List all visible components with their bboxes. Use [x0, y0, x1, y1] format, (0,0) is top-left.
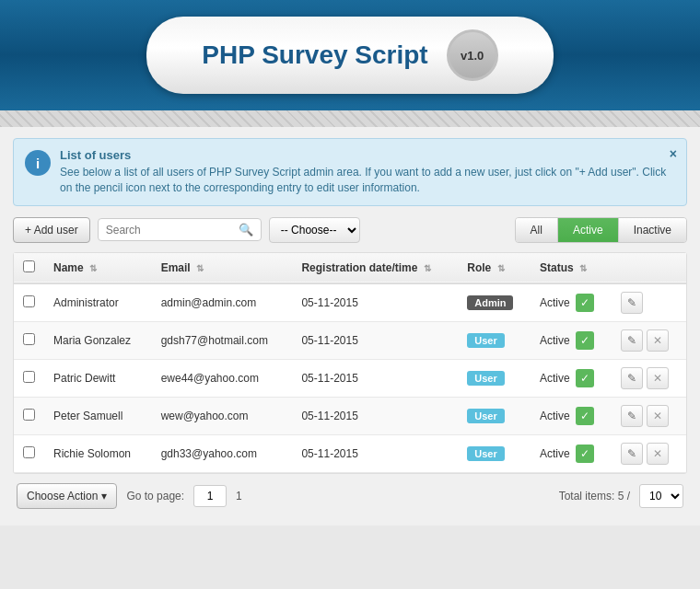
row-name: Patric Dewitt — [44, 359, 152, 397]
row-checkbox[interactable] — [23, 333, 35, 345]
status-text: Active — [540, 410, 570, 422]
table-row: Administrator admin@admin.com 05-11-2015… — [14, 283, 686, 322]
row-checkbox[interactable] — [23, 371, 35, 383]
row-date: 05-11-2015 — [292, 359, 458, 397]
row-actions: ✎ ✕ — [612, 359, 686, 397]
status-toggle[interactable]: ✓ — [576, 294, 594, 312]
edit-button[interactable]: ✎ — [621, 292, 643, 314]
status-text: Active — [540, 296, 570, 309]
row-role: User — [458, 359, 531, 397]
sort-role-icon[interactable]: ⇅ — [497, 263, 505, 273]
status-filter-group: All Active Inactive — [515, 217, 687, 243]
row-checkbox-cell — [14, 283, 44, 322]
status-text: Active — [540, 372, 570, 385]
status-toggle[interactable]: ✓ — [576, 407, 594, 425]
row-name: Administrator — [44, 283, 152, 322]
row-date: 05-11-2015 — [292, 434, 458, 472]
toolbar: + Add user 🔍 -- Choose-- Admin User All … — [13, 217, 687, 243]
filter-inactive-button[interactable]: Inactive — [619, 218, 686, 242]
role-badge: User — [467, 409, 504, 423]
delete-button[interactable]: ✕ — [647, 443, 669, 465]
status-toggle[interactable]: ✓ — [576, 445, 594, 463]
role-badge: User — [467, 333, 504, 348]
per-page-select[interactable]: 10 25 50 — [639, 484, 683, 508]
role-badge: User — [467, 446, 504, 461]
col-email: Email ⇅ — [152, 253, 293, 283]
row-checkbox-cell — [14, 321, 44, 359]
table-header-row: Name ⇅ Email ⇅ Registration date/time ⇅ … — [14, 253, 686, 283]
table-row: Peter Samuell wew@yahoo.com 05-11-2015 U… — [14, 397, 686, 434]
delete-button[interactable]: ✕ — [647, 405, 669, 427]
header: PHP Survey Script v1.0 — [0, 0, 700, 127]
row-checkbox[interactable] — [23, 409, 35, 421]
edit-button[interactable]: ✎ — [621, 405, 643, 427]
row-name: Richie Solomon — [44, 434, 152, 472]
row-name: Peter Samuell — [44, 397, 152, 434]
row-status: Active ✓ — [531, 359, 612, 397]
row-actions: ✎ — [612, 283, 686, 322]
col-date: Registration date/time ⇅ — [292, 253, 458, 283]
status-text: Active — [540, 447, 570, 460]
table-row: Patric Dewitt ewe44@yahoo.com 05-11-2015… — [14, 359, 686, 397]
info-close-button[interactable]: × — [670, 146, 677, 161]
row-checkbox-cell — [14, 434, 44, 472]
role-badge: User — [467, 371, 504, 386]
delete-button[interactable]: ✕ — [647, 329, 669, 352]
info-box: i List of users See below a list of all … — [13, 138, 687, 206]
col-name: Name ⇅ — [44, 253, 152, 283]
edit-button[interactable]: ✎ — [621, 367, 643, 389]
edit-button[interactable]: ✎ — [621, 443, 643, 465]
choose-action-label: Choose Action — [27, 490, 98, 502]
info-heading: List of users — [60, 148, 675, 162]
row-checkbox[interactable] — [23, 446, 35, 458]
row-role: User — [458, 434, 531, 472]
status-toggle[interactable]: ✓ — [576, 369, 594, 387]
select-all-checkbox[interactable] — [23, 260, 35, 272]
edit-button[interactable]: ✎ — [621, 329, 643, 352]
row-date: 05-11-2015 — [292, 283, 458, 322]
total-pages: 1 — [236, 490, 242, 502]
row-status: Active ✓ — [531, 434, 612, 472]
choose-action-button[interactable]: Choose Action ▾ — [17, 483, 117, 509]
row-checkbox[interactable] — [23, 295, 35, 307]
row-name: Maria Gonzalez — [44, 321, 152, 359]
main-content: i List of users See below a list of all … — [0, 127, 700, 525]
col-status: Status ⇅ — [531, 253, 612, 283]
table-body: Administrator admin@admin.com 05-11-2015… — [14, 283, 686, 473]
filter-all-button[interactable]: All — [516, 218, 558, 242]
table-row: Maria Gonzalez gdsh77@hotmail.com 05-11-… — [14, 321, 686, 359]
row-email: gdsh77@hotmail.com — [152, 321, 293, 359]
role-filter-select[interactable]: -- Choose-- Admin User — [269, 217, 360, 243]
sort-status-icon[interactable]: ⇅ — [579, 263, 587, 273]
filter-active-button[interactable]: Active — [558, 218, 619, 242]
row-role: User — [458, 397, 531, 434]
sort-email-icon[interactable]: ⇅ — [196, 263, 204, 273]
header-checkbox-cell — [14, 253, 44, 283]
row-actions: ✎ ✕ — [612, 321, 686, 359]
row-actions: ✎ ✕ — [612, 434, 686, 472]
search-box: 🔍 — [98, 218, 262, 241]
total-items-label: Total items: 5 / — [559, 490, 630, 502]
table-footer: Choose Action ▾ Go to page: 1 Total item… — [13, 474, 687, 513]
info-text: List of users See below a list of all us… — [60, 148, 675, 196]
table-row: Richie Solomon gdh33@yahoo.com 05-11-201… — [14, 434, 686, 472]
page-number-input[interactable] — [193, 485, 227, 507]
delete-button[interactable]: ✕ — [647, 367, 669, 389]
row-email: gdh33@yahoo.com — [152, 434, 293, 472]
row-email: wew@yahoo.com — [152, 397, 293, 434]
users-table-container: Name ⇅ Email ⇅ Registration date/time ⇅ … — [13, 252, 687, 474]
row-status: Active ✓ — [531, 283, 612, 322]
status-text: Active — [540, 334, 570, 347]
sort-name-icon[interactable]: ⇅ — [89, 263, 97, 273]
sort-date-icon[interactable]: ⇅ — [424, 263, 431, 273]
add-user-button[interactable]: + Add user — [13, 217, 90, 243]
role-badge: Admin — [467, 295, 513, 310]
goto-page-label: Go to page: — [126, 490, 184, 502]
search-input[interactable] — [106, 224, 235, 237]
info-icon: i — [25, 150, 51, 176]
row-actions: ✎ ✕ — [612, 397, 686, 434]
row-date: 05-11-2015 — [292, 321, 458, 359]
choose-action-arrow-icon: ▾ — [101, 490, 107, 502]
col-actions — [612, 253, 686, 283]
status-toggle[interactable]: ✓ — [576, 331, 594, 350]
